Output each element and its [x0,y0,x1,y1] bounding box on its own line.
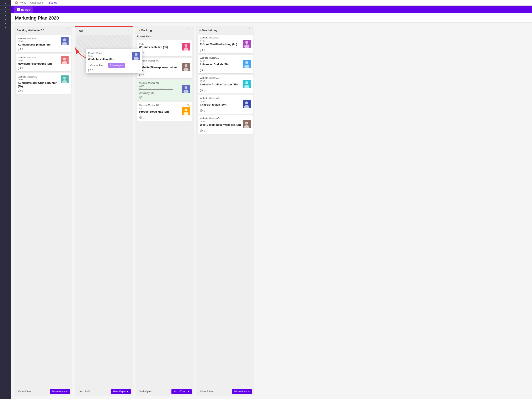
card-498-title: Influencer Co-Lab (8h) [200,63,241,66]
edit-icon-500[interactable]: ✏️ [187,104,190,107]
card-506-footer: 0 [200,89,251,92]
tabs-bar: B Boards [11,6,532,13]
comment-icon [139,116,142,119]
sidebar-row: ▶ [0,18,11,21]
card-511-footer: 0 [139,52,190,54]
card-500-comments: 0 [143,116,144,119]
column-body-in-bearbeitung: Webiste Muster AG #496 E-Book Veröffentl… [196,34,254,387]
card-496-title: E-Book Veröffentlichung (8h) [200,43,241,46]
comment-icon [18,67,21,70]
col-title-backlog-webseite: Backlog Webseite 2.0 [17,29,44,32]
svg-point-29 [245,61,248,64]
popup-title: iPads bestellen (8h) [88,57,131,61]
col-menu-btn-in-bearbeitung[interactable]: ⋮ [247,28,252,32]
card-505-title: Website Sitemap ausarbeiten (8h) [139,66,180,73]
card-497-body: #497 Chat-Bot testen (30h) [200,100,251,108]
sidebar-row: ▼ [0,10,11,13]
card-507-avatar [61,56,69,64]
breadcrumb-sep-1: › [28,1,29,4]
card-506-body: #506 LinkedIn Profil aufsetzen (8h) [200,80,251,88]
sidebar-row: ▶ [0,25,11,29]
svg-point-4 [63,57,66,60]
card-505-number: #505 [139,63,180,65]
card-495-body: #495 Erstellung einer Customer Journey (… [139,85,190,95]
col-menu-btn-backlog2[interactable]: ⋮ [186,28,191,32]
sidebar-chevron-7[interactable]: ▶ [5,26,6,28]
sidebar: ▼ ▼ ▼ ▼ ▶ ▶ ▶ [0,0,11,399]
breadcrumb: 🏠 Home › Organisation › Boards [11,0,532,6]
add-btn-backlog2-arrow: ▼ [187,390,190,393]
card-499-avatar [243,120,251,128]
verknupfen-backlog2[interactable]: Verknüpfen... [138,389,156,394]
sidebar-chevron-3[interactable]: ▼ [5,10,6,13]
card-499-content: #499 Web-Design neue Webseite (8h) [200,120,241,127]
card-500-title: Product Road Map (8h) [139,110,180,114]
popup-verknupfen[interactable]: Verknüpfen... [88,63,107,68]
sidebar-chevron-5[interactable]: ▶ [5,18,6,20]
add-btn-backlog2[interactable]: Hinzufügen ▼ [171,389,192,394]
popup-comments: 0 [92,69,93,71]
card-503-avatar [61,37,69,45]
sidebar-chevron-2[interactable]: ▼ [5,6,6,8]
column-backlog: ★ Backlog ⋮ Projekt iPads #511 iPhones b… [135,26,194,396]
card-505-content: #505 Website Sitemap ausarbeiten (8h) [139,63,180,73]
col-menu-btn-test[interactable]: ⋮ [126,29,131,33]
card-497-number: #497 [200,100,241,103]
card-503-number: #503 [18,40,59,43]
card-496-footer: 0 [200,49,251,51]
column-header-test: Test ⋮ [75,27,133,34]
col-title-label: Backlog Webseite 2.0 [17,29,44,32]
add-btn-in-bearbeitung[interactable]: Hinzufügen ▼ [232,389,252,394]
card-503-comments: 0 [22,48,23,50]
card-511-number: #511 [139,43,180,45]
svg-point-35 [245,101,248,104]
card-507-comments: 0 [22,67,23,70]
card-495-footer: 0 [139,96,190,99]
card-505-body: #505 Website Sitemap ausarbeiten (8h) [139,63,190,73]
col-title-in-bearbeitung: In Bearbeitung [199,29,218,32]
add-btn-test[interactable]: Hinzufügen ▼ [111,389,131,394]
col-menu-btn-backlog[interactable]: ⋮ [65,28,70,32]
card-503-client: Webiste Muster AG [18,37,59,40]
main-content: 🏠 Home › Organisation › Boards B Boards … [11,0,532,399]
card-495-number: #495 [139,85,180,88]
card-504: Webiste Muster AG #504 KundenMeister CRM… [16,73,71,94]
verknupfen-backlog[interactable]: Verknüpfen... [16,389,35,394]
svg-point-20 [184,86,187,89]
sidebar-chevron-4[interactable]: ▼ [5,14,6,16]
tab-boards[interactable]: B Boards [14,6,33,13]
add-btn-backlog2-label: Hinzufügen [173,390,186,393]
card-500-footer: 0 [139,116,190,119]
board-area: Backlog Webseite 2.0 ⋮ Webiste Muster AG… [11,23,532,399]
card-507-title: Newsletter Kampagne (8h) [18,62,59,66]
verknupfen-in-bearbeitung[interactable]: Verknüpfen... [198,389,217,394]
comment-icon [18,48,21,51]
card-511-comments: 0 [143,52,144,54]
comment-icon [200,129,203,132]
sidebar-chevron-6[interactable]: ▶ [5,22,6,24]
card-495-avatar [182,85,190,93]
card-497: Webiste Muster AG #497 Chat-Bot testen (… [198,95,253,114]
popup-add-btn[interactable]: Hinzufügen [108,63,125,68]
col-title-in-bearbeitung-label: In Bearbeitung [199,29,218,32]
card-507-footer: 0 [18,67,69,70]
card-499: Webiste Muster AG #499 Web-Design neue W… [198,115,253,134]
svg-point-17 [184,64,187,67]
breadcrumb-current: Boards [49,1,57,4]
add-btn-backlog[interactable]: Hinzufügen ▼ [50,389,70,394]
card-504-body: Webiste Muster AG #504 KundenMeister CRM… [18,76,69,88]
col-title-test-label: Test [77,29,83,32]
card-495-content: #495 Erstellung einer Customer Journey (… [139,85,180,95]
column-body-backlog2: Projekt iPads #511 iPhones bestellen (8h… [135,34,194,387]
card-500-client: Webiste Muster AG [139,104,190,106]
sidebar-chevron-1[interactable]: ▼ [5,2,6,5]
verknupfen-test[interactable]: Verknüpfen... [77,389,95,394]
comment-icon [200,49,203,51]
section-label-projekt-ipads: Projekt iPads [137,35,192,38]
column-footer-backlog: Verknüpfen... Hinzufügen ▼ [14,387,72,396]
card-503-footer: 0 [18,48,69,51]
breadcrumb-org[interactable]: Organisation [30,1,44,4]
breadcrumb-home[interactable]: Home [19,1,26,4]
card-506-number: #506 [200,80,241,82]
popup-add-label: Hinzufügen [110,64,123,67]
